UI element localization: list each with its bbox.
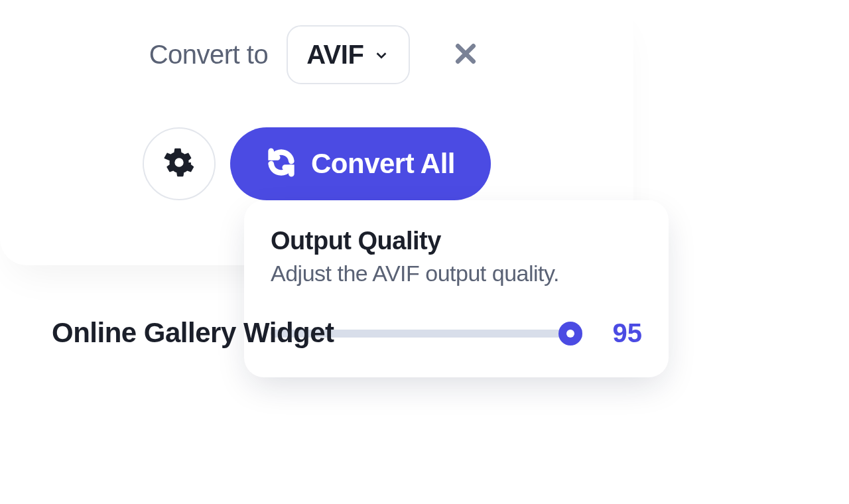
slider-track-gap	[582, 329, 590, 338]
popover-description: Adjust the AVIF output quality.	[271, 261, 642, 286]
format-row: Convert to AVIF	[0, 25, 633, 84]
convert-all-label: Convert All	[311, 148, 455, 180]
slider-thumb[interactable]	[558, 322, 582, 346]
gear-icon	[164, 147, 194, 180]
format-select[interactable]: AVIF	[287, 25, 410, 84]
quality-value: 95	[602, 318, 642, 348]
settings-button[interactable]	[143, 127, 216, 200]
action-row: Convert All	[0, 127, 633, 200]
page-title: Online Gallery Widget	[52, 317, 334, 349]
chevron-down-icon	[373, 46, 390, 64]
popover-title: Output Quality	[271, 227, 642, 255]
refresh-icon	[266, 147, 296, 180]
output-quality-popover: Output Quality Adjust the AVIF output qu…	[244, 200, 669, 377]
format-select-value: AVIF	[306, 40, 363, 70]
convert-all-button[interactable]: Convert All	[230, 127, 491, 200]
close-icon	[452, 40, 479, 70]
convert-to-label: Convert to	[149, 40, 269, 70]
close-button[interactable]	[447, 36, 484, 74]
